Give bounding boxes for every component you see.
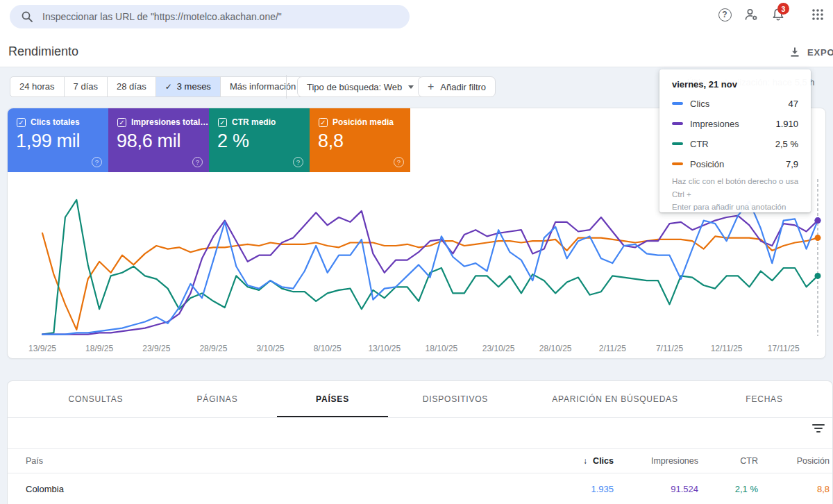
export-button[interactable]: EXPORTAR [789,43,833,61]
url-inspect-searchbar[interactable] [10,5,410,28]
plus-icon: + [428,81,434,93]
help-icon[interactable]: ? [394,157,404,167]
check-icon: ✓ [165,77,172,96]
table-header-row: País ↓Clics Impresiones CTR Posición [8,448,832,473]
col-header-posicion[interactable]: Posición [797,449,830,473]
hover-dot-impresiones [815,217,821,224]
apps-grid-icon [811,8,825,22]
x-axis-tick: 28/10/25 [539,344,572,353]
x-axis-tick: 23/9/25 [142,344,170,353]
checkbox-checked-icon[interactable]: ✓ [17,118,26,127]
tab-fechas[interactable]: FECHAS [746,381,782,417]
checkbox-checked-icon[interactable]: ✓ [218,118,227,127]
help-button[interactable]: ? [716,6,733,23]
x-axis-tick: 8/10/25 [314,344,342,353]
sort-desc-icon: ↓ [583,456,587,466]
url-inspect-input[interactable] [42,11,376,22]
tab-dispositivos[interactable]: DISPOSITIVOS [423,381,488,417]
x-axis-tick: 13/10/25 [368,344,401,353]
row-clics: 1.935 [591,473,614,504]
metric-value: 98,6 mil [117,131,180,152]
col-header-ctr[interactable]: CTR [740,449,758,473]
range-24h[interactable]: 24 horas [10,77,64,96]
search-console-performance-page: ? 3 [0,0,833,504]
user-settings-button[interactable] [743,6,759,23]
dimensions-panel: CONSULTAS PÁGINAS PAÍSES DISPOSITIVOS AP… [7,380,833,504]
row-ctr: 2,1 % [735,473,758,504]
annotation-hint: Haz clic con el botón derecho o usa Ctrl… [672,175,802,214]
add-filter-button[interactable]: + Añadir filtro [418,76,496,97]
range-7d[interactable]: 7 días [64,77,107,96]
x-axis-tick: 3/10/25 [256,344,284,353]
apps-grid-button[interactable] [809,6,826,23]
clics-legend-dash [672,102,683,105]
chevron-down-icon [408,85,414,89]
series-line-clics [42,201,818,335]
metric-card-clics[interactable]: ✓ Clics totales 1,99 mil ? [8,108,108,172]
x-axis-tick: 13/9/25 [28,344,56,353]
col-header-clics[interactable]: ↓Clics [583,449,614,473]
hover-dot-ctr [815,273,821,279]
user-settings-icon [743,6,759,23]
help-icon: ? [718,8,732,22]
metric-value: 8,8 [318,131,344,152]
tab-aparicion[interactable]: APARICIÓN EN BÚSQUEDAS [552,381,678,417]
metric-value: 2 % [217,131,249,152]
x-axis-tick: 7/11/25 [656,344,683,353]
tooltip-date: viernes, 21 nov [672,79,737,90]
table-filter-icon[interactable] [811,424,825,435]
range-28d[interactable]: 28 días [107,77,155,96]
filter-divider [286,75,287,99]
metric-value: 1,99 mil [16,131,80,152]
x-axis-tick: 2/11/25 [599,344,626,353]
x-axis-tick: 23/10/25 [482,344,515,353]
ctr-legend-dash [672,142,683,145]
hover-dot-posición [815,235,821,241]
metric-card-posicion[interactable]: ✓ Posición media 8,8 ? [310,108,410,172]
export-label: EXPORTAR [807,47,833,58]
search-type-dropdown[interactable]: Tipo de búsqueda: Web [297,76,423,97]
col-header-impresiones[interactable]: Impresiones [651,449,698,473]
checkbox-checked-icon[interactable]: ✓ [319,118,328,127]
table-row[interactable]: Colombia 1.935 91.524 2,1 % 8,8 [8,473,832,504]
x-axis-tick: 18/10/25 [426,344,458,353]
metric-card-impresiones[interactable]: ✓ Impresiones total… 98,6 mil ? [108,108,209,172]
impresiones-legend-dash [672,122,683,125]
row-impresiones: 91.524 [671,473,698,504]
row-country: Colombia [26,473,64,504]
range-3m-selected[interactable]: ✓ 3 meses [155,77,220,96]
x-axis-tick: 18/9/25 [85,344,113,353]
tabs-divider [8,417,832,418]
checkbox-checked-icon[interactable]: ✓ [117,118,126,127]
chart-hover-tooltip: viernes, 21 nov Clics 47 Impresiones 1.9… [659,69,811,212]
row-posicion: 8,8 [817,473,830,504]
series-line-ctr [42,200,818,335]
download-icon [789,46,801,58]
help-icon[interactable]: ? [293,157,303,167]
x-axis-tick: 17/11/25 [768,344,800,353]
help-icon[interactable]: ? [92,157,102,167]
date-range-group: 24 horas 7 días 28 días ✓ 3 meses Más in… [10,76,317,97]
x-axis-tick: 12/11/25 [711,344,743,353]
x-axis-tick: 28/9/25 [199,344,227,353]
search-icon [21,10,33,23]
posicion-legend-dash [672,162,683,165]
tab-paises[interactable]: PAÍSES [316,381,349,417]
page-title: Rendimiento [8,44,78,59]
col-header-pais[interactable]: País [26,449,43,473]
notification-badge: 3 [777,3,789,15]
metric-card-ctr[interactable]: ✓ CTR medio 2 % ? [209,108,310,172]
help-icon[interactable]: ? [192,157,203,167]
tab-paginas[interactable]: PÁGINAS [197,381,238,417]
tab-consultas[interactable]: CONSULTAS [69,381,124,417]
